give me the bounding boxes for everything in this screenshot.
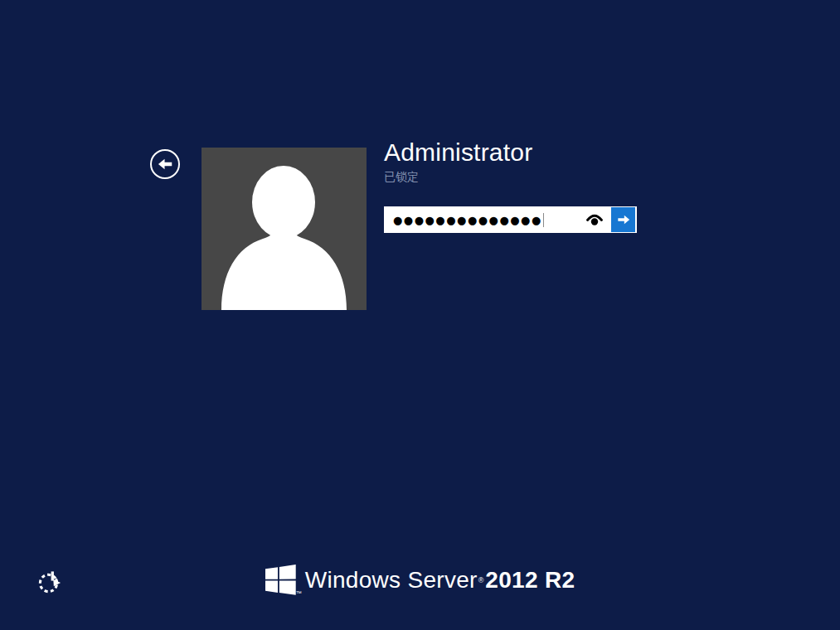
password-reveal-eye-icon	[586, 214, 603, 226]
windows-server-logo: ™ Windows Server ® 2012 R2	[0, 565, 840, 595]
arrow-right-icon	[615, 211, 632, 228]
back-button[interactable]	[150, 149, 180, 179]
product-name: Windows Server	[305, 567, 478, 594]
user-avatar	[202, 148, 367, 310]
submit-password-button[interactable]	[611, 207, 635, 232]
registered-mark: ®	[478, 569, 484, 592]
arrow-left-icon	[156, 155, 174, 173]
text-caret	[543, 213, 544, 227]
lock-status-label: 已锁定	[384, 169, 419, 184]
password-input[interactable]: ●●●●●●●●●●●●●●	[384, 206, 637, 233]
password-reveal-button[interactable]	[584, 206, 605, 233]
windows-flag-icon: ™	[265, 565, 296, 595]
product-edition: 2012 R2	[485, 567, 575, 594]
person-silhouette-icon	[202, 148, 367, 310]
flag-trademark: ™	[296, 590, 302, 596]
username-label: Administrator	[384, 138, 532, 167]
password-masked-value: ●●●●●●●●●●●●●●	[393, 206, 544, 233]
